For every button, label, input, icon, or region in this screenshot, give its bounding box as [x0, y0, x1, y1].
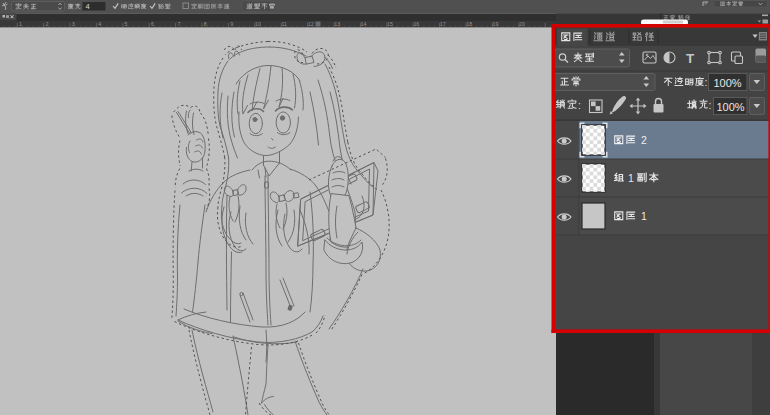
svg-text:1: 1: [628, 172, 634, 184]
svg-text:9: 9: [230, 21, 233, 27]
svg-text:2: 2: [45, 21, 48, 27]
svg-text:6: 6: [151, 21, 154, 27]
svg-text:13: 13: [334, 21, 340, 27]
svg-text:T: T: [686, 51, 695, 66]
svg-text:17: 17: [440, 21, 446, 27]
svg-text:16: 16: [413, 21, 419, 27]
svg-text:3: 3: [72, 21, 75, 27]
svg-text:1: 1: [19, 21, 22, 27]
svg-text:100%: 100%: [717, 101, 745, 113]
svg-text:100%: 100%: [714, 77, 742, 89]
svg-text:8: 8: [204, 21, 207, 27]
svg-text::: :: [578, 99, 581, 111]
svg-text::: :: [709, 99, 712, 111]
svg-text:1: 1: [641, 210, 647, 222]
svg-text:15: 15: [387, 21, 393, 27]
svg-text:11: 11: [281, 21, 287, 27]
svg-text:12: 12: [308, 21, 314, 27]
svg-text:19: 19: [493, 21, 499, 27]
svg-text:18: 18: [466, 21, 472, 27]
svg-text:5: 5: [125, 21, 128, 27]
svg-text:4: 4: [98, 21, 101, 27]
svg-text:4: 4: [86, 2, 90, 11]
svg-text::: :: [705, 76, 708, 88]
svg-text:10: 10: [255, 21, 261, 27]
svg-text:2: 2: [641, 134, 647, 146]
svg-text:7: 7: [177, 21, 180, 27]
svg-text:14: 14: [361, 21, 367, 27]
svg-text:20: 20: [519, 21, 525, 27]
